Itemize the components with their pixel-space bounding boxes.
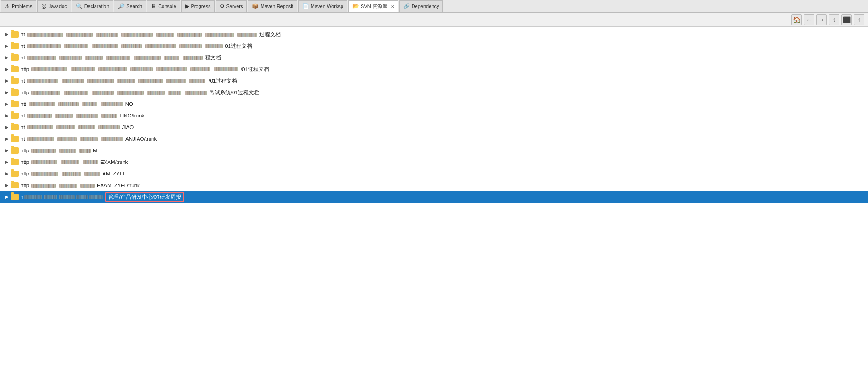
expand-arrow[interactable]: ▶ [4, 124, 10, 130]
expand-arrow[interactable]: ▶ [4, 101, 10, 107]
expand-arrow[interactable]: ▶ [4, 31, 10, 38]
back-button[interactable]: ← [804, 14, 814, 25]
row-label: http EXAM_ZYFL/trunk [21, 183, 140, 188]
tab-console[interactable]: 🖥 Console [147, 0, 180, 12]
row-label: http 号试系统/01过程文档 [21, 89, 259, 96]
expand-arrow[interactable]: ▶ [4, 136, 10, 142]
row-label: ht JIAO [21, 125, 134, 130]
tree-row[interactable]: ▶ ht 过程文档 [0, 29, 868, 40]
folder-icon [11, 147, 19, 154]
svn-icon: 📂 [352, 3, 359, 9]
tree-row[interactable]: ▶ http 号试系统/01过程文档 [0, 87, 868, 98]
folder-icon [11, 31, 19, 38]
console-icon: 🖥 [151, 3, 156, 9]
tab-progress-label: Progress [191, 4, 211, 9]
folder-icon [11, 101, 19, 107]
tab-maven-worksp[interactable]: 📄 Maven Worksp [298, 0, 347, 12]
highlighted-path: 管理/产品研发中心/07研发周报 [105, 192, 184, 202]
tree-row[interactable]: ▶ http M [0, 145, 868, 156]
folder-icon [11, 124, 19, 130]
folder-icon [11, 54, 19, 61]
expand-arrow[interactable]: ▶ [4, 78, 10, 84]
expand-arrow[interactable]: ▶ [4, 66, 10, 72]
declaration-icon: 🔍 [76, 3, 83, 9]
maven-worksp-icon: 📄 [302, 3, 309, 9]
tab-search[interactable]: 🔎 Search [114, 0, 146, 12]
expand-arrow[interactable]: ▶ [4, 113, 10, 119]
svn-tree: ▶ ht 过程文档 ▶ ht 01过程文档 [0, 27, 868, 384]
toolbar: 🏠 ← → ↕ ⬛ ↑ [0, 13, 868, 27]
forward-button[interactable]: → [816, 14, 827, 25]
javadoc-icon: @ [41, 3, 46, 9]
folder-icon [11, 66, 19, 72]
tab-problems[interactable]: ⚠ Problems [1, 0, 36, 12]
row-label: ht 过程文档 [21, 31, 281, 38]
svn-close-icon[interactable]: ✕ [391, 4, 394, 9]
row-label: http AM_ZYFL [21, 171, 125, 176]
row-label: ht /01过程文档 [21, 78, 237, 84]
tab-maven-reposit[interactable]: 📦 Maven Reposit [248, 0, 297, 12]
tab-problems-label: Problems [12, 4, 32, 9]
tree-row[interactable]: ▶ ht LING/trunk [0, 110, 868, 121]
tab-dependency-label: Dependency [412, 4, 439, 9]
folder-icon [11, 194, 19, 200]
expand-arrow[interactable]: ▶ [4, 54, 10, 61]
dependency-icon: 🔗 [403, 3, 410, 9]
expand-arrow[interactable]: ▶ [4, 194, 10, 200]
home-button[interactable]: 🏠 [791, 14, 802, 25]
tree-row[interactable]: ▶ ht 01过程文档 [0, 40, 868, 52]
row-label: htt NO [21, 101, 133, 107]
tree-row[interactable]: ▶ http /01过程文档 [0, 63, 868, 75]
tree-row[interactable]: ▶ ht JIAO [0, 121, 868, 133]
row-label: ht 01过程文档 [21, 43, 252, 50]
expand-arrow[interactable]: ▶ [4, 43, 10, 49]
tab-declaration[interactable]: 🔍 Declaration [72, 0, 113, 12]
tree-row[interactable]: ▶ http AM_ZYFL [0, 168, 868, 179]
tree-row-selected[interactable]: ▶ h 管理/产品研发中心/07研发周报 [0, 191, 868, 203]
folder-icon [11, 136, 19, 142]
tab-progress[interactable]: ▶ Progress [181, 0, 215, 12]
folder-icon [11, 43, 19, 49]
tab-servers[interactable]: ⚙ Servers [216, 0, 247, 12]
tab-bar: ⚠ Problems @ Javadoc 🔍 Declaration 🔎 Sea… [0, 0, 868, 13]
expand-arrow[interactable]: ▶ [4, 171, 10, 177]
search-icon: 🔎 [118, 3, 125, 9]
problems-icon: ⚠ [5, 3, 10, 9]
row-label: http M [21, 148, 97, 153]
folder-icon [11, 159, 19, 165]
row-label: h 管理/产品研发中心/07研发周报 [21, 192, 184, 202]
folder-icon [11, 78, 19, 84]
row-label: ht ANJIAO/trunk [21, 136, 157, 142]
progress-icon: ▶ [185, 3, 189, 9]
expand-arrow[interactable]: ▶ [4, 159, 10, 165]
tree-row[interactable]: ▶ ht /01过程文档 [0, 75, 868, 87]
tab-search-label: Search [126, 4, 142, 9]
tab-javadoc[interactable]: @ Javadoc [37, 0, 71, 12]
up-button[interactable]: ↑ [854, 14, 864, 25]
row-label: http EXAM/trunk [21, 159, 128, 165]
tab-svn[interactable]: 📂 SVN 资源库 ✕ [348, 0, 398, 12]
tab-svn-label: SVN 资源库 [361, 3, 387, 10]
tree-row[interactable]: ▶ htt NO [0, 98, 868, 110]
maven-reposit-icon: 📦 [252, 3, 259, 9]
tab-dependency[interactable]: 🔗 Dependency [399, 0, 443, 12]
stop-button[interactable]: ⬛ [841, 14, 852, 25]
tab-javadoc-label: Javadoc [49, 4, 67, 9]
refresh-button[interactable]: ↕ [829, 14, 839, 25]
row-label: ht 程文档 [21, 54, 221, 61]
tab-console-label: Console [158, 4, 176, 9]
tree-row[interactable]: ▶ ht 程文档 [0, 52, 868, 63]
expand-arrow[interactable]: ▶ [4, 147, 10, 154]
tab-maven-worksp-label: Maven Worksp [311, 4, 343, 9]
tree-row[interactable]: ▶ http EXAM/trunk [0, 156, 868, 168]
tab-declaration-label: Declaration [84, 4, 109, 9]
folder-icon [11, 182, 19, 188]
expand-arrow[interactable]: ▶ [4, 182, 10, 188]
tree-row[interactable]: ▶ http EXAM_ZYFL/trunk [0, 179, 868, 191]
tree-row[interactable]: ▶ ht ANJIAO/trunk [0, 133, 868, 145]
folder-icon [11, 171, 19, 177]
folder-icon [11, 113, 19, 119]
row-label: ht LING/trunk [21, 113, 144, 118]
expand-arrow[interactable]: ▶ [4, 89, 10, 96]
folder-icon [11, 89, 19, 96]
